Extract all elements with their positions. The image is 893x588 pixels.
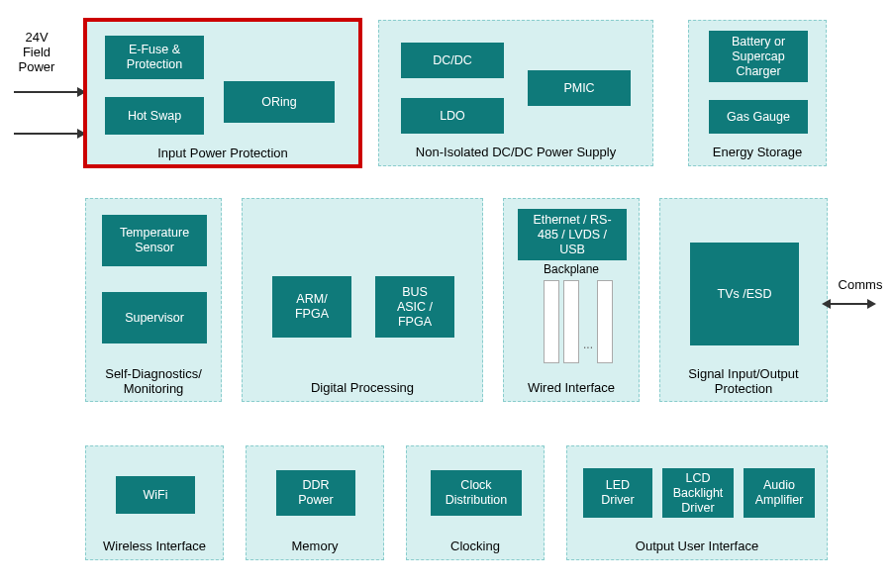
block-tvs-esd: TVs /ESD — [690, 243, 799, 345]
group-label-sigio: Signal Input/Output Protection — [660, 367, 827, 397]
group-input-power-protection: E-Fuse & Protection Hot Swap ORing Input… — [85, 20, 360, 166]
arrow-comms-left — [822, 299, 831, 309]
block-oring: ORing — [224, 81, 335, 123]
block-bus-asic-fpga: BUS ASIC / FPGA — [375, 276, 454, 338]
backplane-slot-2 — [563, 280, 579, 363]
block-efuse-protection: E-Fuse & Protection — [105, 36, 204, 79]
group-memory: DDR Power Memory — [246, 445, 384, 560]
backplane-slot-1 — [544, 280, 559, 363]
arrow-comms-line — [830, 303, 869, 305]
block-pmic: PMIC — [528, 70, 631, 106]
diagram-canvas: 24V Field Power E-Fuse & Protection Hot … — [0, 0, 893, 588]
arrow-power-bottom — [14, 133, 79, 135]
group-dcdc-supply: DC/DC LDO PMIC Non-Isolated DC/DC Power … — [378, 20, 653, 166]
group-label-input-power: Input Power Protection — [85, 146, 360, 160]
block-supervisor: Supervisor — [102, 292, 207, 343]
block-audio-amplifier: Audio Amplifier — [744, 468, 815, 518]
block-ldo: LDO — [401, 98, 504, 134]
group-self-diagnostics: Temperature Sensor Supervisor Self-Diagn… — [85, 198, 222, 402]
group-signal-io-protection: TVs /ESD Signal Input/Output Protection — [659, 198, 828, 402]
block-dcdc: DC/DC — [401, 43, 504, 78]
backplane-slot-n — [597, 280, 613, 363]
block-ethernet-rs485-lvds-usb: Ethernet / RS- 485 / LVDS / USB — [518, 209, 627, 260]
group-label-wireless: Wireless Interface — [86, 539, 223, 553]
backplane-ellipsis: ... — [583, 338, 593, 351]
block-led-driver: LED Driver — [583, 468, 652, 518]
block-gas-gauge: Gas Gauge — [709, 100, 808, 134]
label-comms: Comms — [834, 277, 887, 292]
label-24v-field-power: 24V Field Power — [12, 30, 61, 74]
block-wifi: WiFi — [116, 476, 195, 514]
group-label-energy: Energy Storage — [689, 145, 826, 159]
label-backplane: Backplane — [504, 262, 639, 276]
group-clocking: Clock Distribution Clocking — [406, 445, 545, 560]
block-ddr-power: DDR Power — [276, 470, 355, 516]
group-digital-processing: ARM/ FPGA BUS ASIC / FPGA Digital Proces… — [242, 198, 483, 402]
group-label-output-ui: Output User Interface — [567, 539, 827, 553]
group-output-user-interface: LED Driver LCD Backlight Driver Audio Am… — [566, 445, 828, 560]
block-lcd-backlight-driver: LCD Backlight Driver — [662, 468, 734, 518]
group-label-dcdc: Non-Isolated DC/DC Power Supply — [379, 145, 652, 159]
group-wired-interface: Ethernet / RS- 485 / LVDS / USB Backplan… — [503, 198, 640, 402]
group-label-clocking: Clocking — [407, 539, 544, 553]
block-clock-distribution: Clock Distribution — [431, 470, 522, 516]
block-hot-swap: Hot Swap — [105, 97, 204, 135]
arrow-comms-right — [867, 299, 876, 309]
group-label-selfdiag: Self-Diagnostics/ Monitoring — [86, 367, 221, 397]
block-battery-charger: Battery or Supercap Charger — [709, 31, 808, 82]
arrow-power-top — [14, 91, 79, 93]
group-energy-storage: Battery or Supercap Charger Gas Gauge En… — [688, 20, 827, 166]
group-label-dproc: Digital Processing — [243, 380, 482, 395]
block-temperature-sensor: Temperature Sensor — [102, 215, 207, 266]
group-label-memory: Memory — [247, 539, 383, 553]
group-wireless-interface: WiFi Wireless Interface — [85, 445, 224, 560]
block-arm-fpga: ARM/ FPGA — [272, 276, 351, 338]
group-label-wired: Wired Interface — [504, 380, 639, 395]
